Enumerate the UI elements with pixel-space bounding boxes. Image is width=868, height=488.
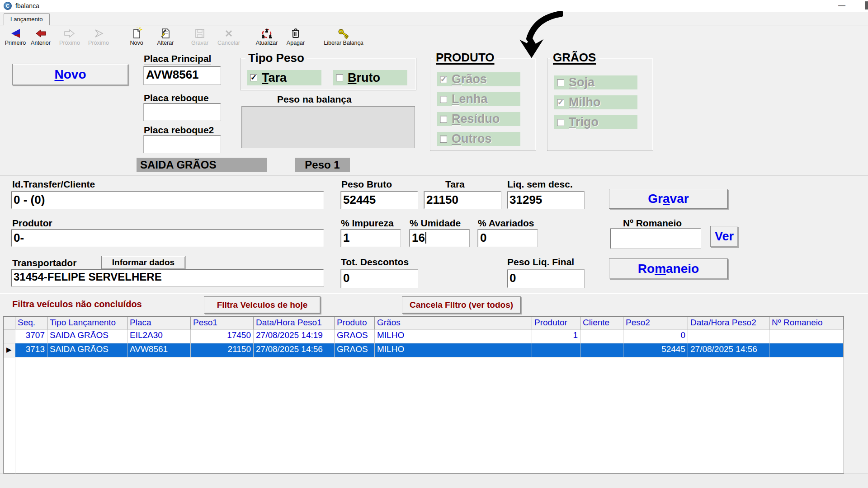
grid-cell[interactable]: 1 xyxy=(532,329,580,343)
bruto-checkbox[interactable]: ✓ xyxy=(336,74,343,81)
grid-cell[interactable]: GRAOS xyxy=(335,329,375,343)
toolbar-alterar-button[interactable]: Alterar xyxy=(153,27,178,46)
grid-cell[interactable]: 17450 xyxy=(191,329,254,343)
grid-cell[interactable]: MILHO xyxy=(375,329,532,343)
grid-cell[interactable]: 27/08/2025 14:19 xyxy=(254,329,335,343)
graos-trigo-checkbox[interactable]: ✓ xyxy=(557,119,564,126)
grid-header-cell[interactable]: Grãos xyxy=(375,317,532,329)
produto-residuo-option[interactable]: ✓ Resíduo xyxy=(437,112,520,126)
maximize-button[interactable] xyxy=(865,1,868,9)
toolbar-cancelar-button[interactable]: Cancelar xyxy=(216,27,241,46)
grid-cell[interactable] xyxy=(580,329,623,343)
liq-sem-desc-input[interactable]: 31295 xyxy=(507,192,584,209)
toolbar-atualizar-button[interactable]: Atualizar xyxy=(254,27,279,46)
graos-soja-checkbox[interactable]: ✓ xyxy=(557,79,564,86)
romaneio-button[interactable]: Romaneio xyxy=(609,258,728,279)
toolbar-anterior-button[interactable]: Anterior xyxy=(28,27,53,46)
grid-cell[interactable]: MILHO xyxy=(375,343,532,357)
grid-header-cell[interactable]: Seq. xyxy=(15,317,47,329)
gravar-button[interactable]: Gravar xyxy=(609,189,728,209)
minimize-button[interactable]: — xyxy=(833,1,851,11)
grid-row[interactable]: ▶3713SAIDA GRÃOSAVW85612115027/08/2025 1… xyxy=(4,343,844,357)
toolbar-apagar-button[interactable]: Apagar xyxy=(283,27,308,46)
grid-row[interactable]: 3707SAIDA GRÃOSEIL2A301745027/08/2025 14… xyxy=(4,329,844,343)
informar-dados-button[interactable]: Informar dados xyxy=(101,256,185,269)
produto-graos-checkbox[interactable]: ✓ xyxy=(440,76,447,83)
grid-header-cell[interactable]: Produtor xyxy=(532,317,580,329)
bruto-option[interactable]: ✓ Bruto xyxy=(333,70,407,85)
peso-na-balanca-display xyxy=(241,106,415,148)
filtra-veiculos-hoje-button[interactable]: Filtra Veículos de hoje xyxy=(204,296,321,314)
toolbar-proximo-button[interactable]: Próximo xyxy=(57,27,82,46)
grid-header-cell[interactable]: Peso1 xyxy=(191,317,254,329)
placa-principal-label: Placa Principal xyxy=(144,53,211,65)
grid-cell[interactable]: EIL2A30 xyxy=(127,329,191,343)
tot-descontos-input[interactable]: 0 xyxy=(341,270,418,288)
toolbar-novo-button[interactable]: Novo xyxy=(124,27,149,46)
grid-cell[interactable]: 0 xyxy=(623,329,688,343)
grid-header-cell[interactable]: Tipo Lançamento xyxy=(47,317,127,329)
placa-principal-input[interactable]: AVW8561 xyxy=(144,66,221,84)
grid-cell[interactable] xyxy=(580,343,623,357)
produto-residuo-checkbox[interactable]: ✓ xyxy=(440,116,447,123)
transportador-input[interactable]: 31454-FELIPE SERVELHERE xyxy=(11,269,324,286)
grid-cell[interactable]: SAIDA GRÃOS xyxy=(47,343,127,357)
produto-lenha-option[interactable]: ✓ Lenha xyxy=(437,92,520,106)
produto-lenha-checkbox[interactable]: ✓ xyxy=(440,96,447,103)
toolbar-gravar-button[interactable]: Gravar xyxy=(187,27,212,46)
grid-header-cell[interactable]: Cliente xyxy=(580,317,623,329)
grid-cell[interactable]: 3707 xyxy=(15,329,47,343)
toolbar-liberar-balanca-button[interactable]: Liberar Balança xyxy=(321,27,366,46)
grid-cell[interactable] xyxy=(769,329,844,343)
toolbar-primeiro-button[interactable]: Primeiro xyxy=(3,27,28,46)
avariados-input[interactable]: 0 xyxy=(478,230,538,247)
produtor-input[interactable]: 0- xyxy=(11,230,324,247)
placa-reboque-input[interactable] xyxy=(144,103,221,121)
grid-row-marker xyxy=(4,317,15,329)
n-romaneio-input[interactable] xyxy=(610,229,701,249)
grid-cell[interactable]: 27/08/2025 14:56 xyxy=(688,343,769,357)
produto-graos-option[interactable]: ✓ Grãos xyxy=(437,72,520,86)
grid-cell[interactable]: SAIDA GRÃOS xyxy=(47,329,127,343)
filtra-nao-concluidos-label: Filtra veículos não concluídos xyxy=(12,299,142,310)
peso-liq-final-input[interactable]: 0 xyxy=(507,270,584,288)
grid-header-cell[interactable]: Peso2 xyxy=(623,317,688,329)
id-transfer-input[interactable]: 0 - (0) xyxy=(11,192,324,209)
placa-reboque2-input[interactable] xyxy=(144,136,221,153)
grid-header-cell[interactable]: Placa xyxy=(127,317,191,329)
avariados-label: % Avariados xyxy=(478,218,534,229)
grid-cell[interactable]: GRAOS xyxy=(335,343,375,357)
tara-input[interactable]: 21150 xyxy=(424,192,501,209)
graos-soja-option[interactable]: ✓ Soja xyxy=(554,75,637,89)
grid-cell[interactable]: 27/08/2025 14:56 xyxy=(254,343,335,357)
cancela-filtro-button[interactable]: Cancela Filtro (ver todos) xyxy=(402,296,521,314)
toolbar-proximo2-button[interactable]: Próximo xyxy=(86,27,111,46)
grid-cell[interactable]: 3713 xyxy=(15,343,47,357)
grid-header-row: Seq.Tipo LançamentoPlacaPeso1Data/Hora P… xyxy=(4,317,844,329)
graos-milho-checkbox[interactable]: ✓ xyxy=(557,99,564,106)
grid-cell[interactable]: 21150 xyxy=(191,343,254,357)
umidade-input[interactable]: 16 xyxy=(410,230,469,247)
tara-checkbox[interactable]: ✓ xyxy=(250,74,257,81)
first-arrow-icon xyxy=(3,27,28,40)
peso-bruto-input[interactable]: 52445 xyxy=(341,192,418,209)
grid-cell[interactable] xyxy=(688,329,769,343)
novo-button[interactable]: Novo xyxy=(12,64,128,85)
graos-trigo-option[interactable]: ✓ Trigo xyxy=(554,115,637,129)
grid-header-cell[interactable]: Produto xyxy=(335,317,375,329)
grid-header-cell[interactable]: Data/Hora Peso2 xyxy=(688,317,769,329)
impureza-input[interactable]: 1 xyxy=(341,230,401,247)
peso-liq-final-label: Peso Liq. Final xyxy=(507,257,574,267)
produto-outros-checkbox[interactable]: ✓ xyxy=(440,136,447,143)
ver-button[interactable]: Ver xyxy=(710,226,738,247)
graos-milho-option[interactable]: ✓ Milho xyxy=(554,95,637,109)
grid-header-cell[interactable]: Nº Romaneio xyxy=(769,317,844,329)
grid-cell[interactable] xyxy=(532,343,580,357)
grid-header-cell[interactable]: Data/Hora Peso1 xyxy=(254,317,335,329)
grid-cell[interactable]: 52445 xyxy=(623,343,688,357)
grid-cell[interactable] xyxy=(769,343,844,357)
tara-option[interactable]: ✓ Tara xyxy=(247,70,321,85)
grid-cell[interactable]: AVW8561 xyxy=(127,343,191,357)
tab-lancamento[interactable]: Lançamento xyxy=(4,13,50,25)
produto-outros-option[interactable]: ✓ Outros xyxy=(437,132,520,146)
